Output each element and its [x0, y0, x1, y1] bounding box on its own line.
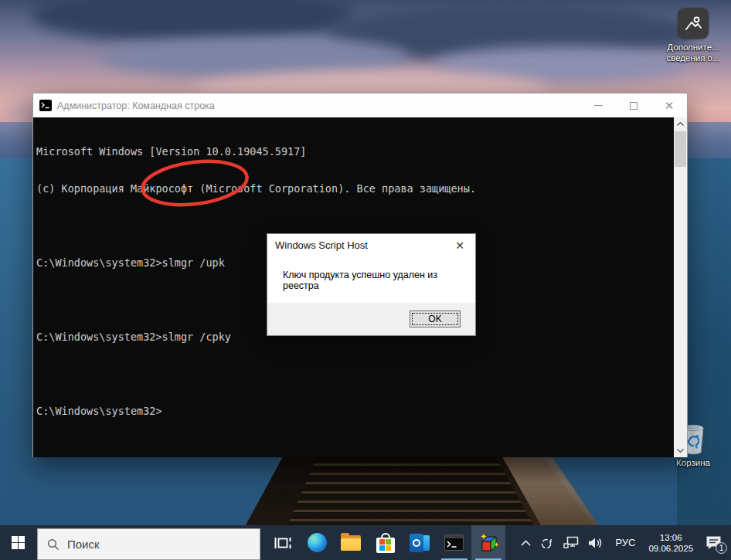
file-explorer-icon	[341, 535, 361, 551]
tray-volume-button[interactable]	[583, 525, 608, 560]
cloud-shape	[31, 0, 355, 42]
scroll-up-arrow[interactable]	[674, 117, 687, 131]
scroll-down-arrow[interactable]	[674, 444, 687, 457]
desktop-icon-label: сведения о...	[659, 53, 727, 63]
tray-status-icon	[540, 536, 554, 550]
console-scrollbar[interactable]	[674, 117, 687, 457]
taskbar-edge-button[interactable]	[300, 525, 334, 560]
taskbar-cmd-button[interactable]	[437, 525, 471, 560]
minimize-button[interactable]	[580, 93, 616, 117]
cmd-titlebar[interactable]: Администратор: Командная строка ✕	[33, 93, 687, 117]
taskbar: РУС 13:06 09.06.2025 1	[0, 525, 731, 560]
chevron-up-icon	[521, 540, 531, 546]
window-title: Администратор: Командная строка	[57, 100, 215, 111]
windows-logo-icon	[12, 536, 25, 549]
notification-center-button[interactable]: 1	[699, 525, 731, 560]
close-icon: ✕	[665, 100, 675, 111]
dialog-footer: OK	[267, 303, 475, 335]
console-line: Microsoft Windows [Version 10.0.19045.59…	[36, 145, 672, 158]
start-button[interactable]	[0, 525, 36, 560]
image-file-icon	[678, 8, 709, 39]
tray-status-button[interactable]	[536, 525, 559, 560]
taskbar-search[interactable]	[37, 528, 260, 560]
maximize-icon	[630, 102, 638, 110]
cmd-app-icon	[39, 100, 52, 111]
clock-date: 09.06.2025	[648, 543, 693, 554]
volume-icon	[588, 537, 604, 549]
console-line	[36, 219, 672, 232]
search-input[interactable]	[67, 538, 237, 551]
maximize-button[interactable]	[616, 93, 651, 117]
desktop-icon-info-file[interactable]: Дополните... сведения о...	[659, 8, 727, 63]
clock-time: 13:06	[648, 532, 693, 543]
cube-app-icon	[478, 532, 499, 554]
outlook-icon	[410, 534, 430, 552]
tray-network-button[interactable]	[559, 525, 583, 560]
console-line: C:\Windows\system32>	[36, 405, 672, 417]
close-icon: ✕	[455, 239, 464, 252]
close-button[interactable]: ✕	[651, 93, 687, 117]
microsoft-store-icon	[376, 533, 395, 553]
desktop-icon-label: Корзина	[659, 457, 727, 468]
language-indicator[interactable]: РУС	[608, 525, 642, 560]
wsh-dialog: Windows Script Host ✕ Ключ продукта успе…	[267, 233, 476, 336]
scrollbar-thumb[interactable]	[675, 131, 686, 167]
ok-button[interactable]: OK	[410, 311, 461, 328]
system-tray: РУС 13:06 09.06.2025 1	[516, 525, 731, 560]
wallpaper-pier	[0, 454, 731, 525]
dialog-message: Ключ продукта успешно удален из реестра	[283, 270, 475, 291]
task-view-icon	[274, 536, 291, 550]
tray-chevron-button[interactable]	[516, 525, 536, 560]
console-line: (c) Корпорация Майкрософт (Microsoft Cor…	[36, 182, 672, 195]
search-icon	[47, 538, 60, 551]
cmd-icon	[444, 535, 464, 551]
edge-icon	[308, 533, 327, 552]
taskbar-explorer-button[interactable]	[334, 525, 368, 560]
notification-badge: 1	[716, 542, 727, 554]
taskbar-outlook-button[interactable]	[403, 525, 437, 560]
minimize-icon	[594, 105, 603, 106]
taskbar-clock[interactable]: 13:06 09.06.2025	[642, 525, 699, 560]
taskbar-activator-button[interactable]	[471, 525, 505, 560]
task-view-button[interactable]	[265, 525, 299, 560]
dialog-close-button[interactable]: ✕	[444, 234, 475, 256]
desktop-screen: Дополните... сведения о...	[0, 0, 731, 560]
desktop-icon-label: Дополните...	[659, 42, 727, 53]
pier-planks	[0, 454, 731, 525]
dialog-title: Windows Script Host	[275, 239, 368, 251]
dialog-body: Ключ продукта успешно удален из реестра	[267, 256, 475, 304]
taskbar-store-button[interactable]	[369, 525, 403, 560]
network-icon	[563, 536, 579, 549]
dialog-titlebar[interactable]: Windows Script Host ✕	[267, 234, 475, 256]
console-line	[36, 368, 672, 380]
